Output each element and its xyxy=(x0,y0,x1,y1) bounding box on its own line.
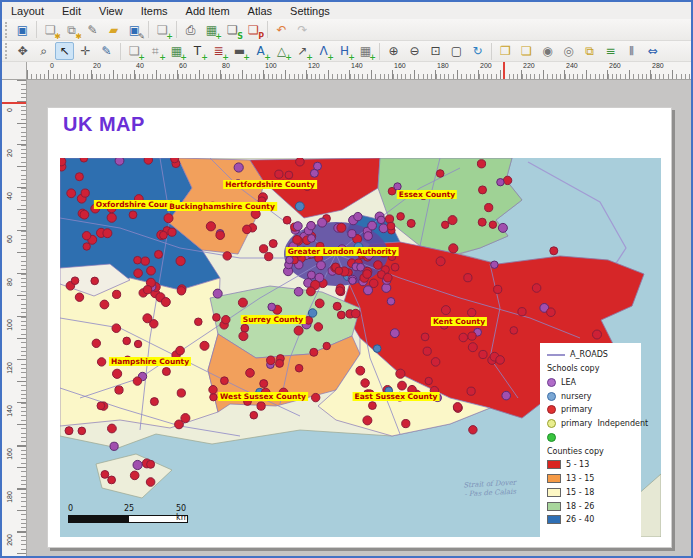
add-scalebar-icon[interactable]: ▬+ xyxy=(230,42,249,60)
resize-items-icon[interactable]: ⇔ xyxy=(643,42,662,60)
legend-item[interactable]: A_ROADSSchools copyLEAnurseryprimaryprim… xyxy=(540,343,641,537)
save-template-icon[interactable]: ▣✎ xyxy=(125,21,144,39)
open-template-icon[interactable]: ▰ xyxy=(104,21,123,39)
ruler-label: 180 xyxy=(6,489,16,505)
add-legend-icon[interactable]: ≣+ xyxy=(209,42,228,60)
add-arrow-icon[interactable]: ↗+ xyxy=(293,42,312,60)
school-point xyxy=(502,391,511,400)
school-point xyxy=(209,386,217,394)
ruler-label: 60 xyxy=(6,231,16,247)
add-pages-icon[interactable]: ❏+ xyxy=(153,21,172,39)
school-point xyxy=(286,256,293,263)
map-title-item[interactable]: UK MAP xyxy=(63,113,145,136)
toolbar-handle[interactable] xyxy=(5,22,9,38)
menu-layout[interactable]: Layout xyxy=(2,4,53,18)
school-point xyxy=(363,270,372,279)
school-point xyxy=(363,416,372,425)
lock-items-icon[interactable]: ◉ xyxy=(538,42,557,60)
add-north-arrow-icon[interactable]: A+ xyxy=(251,42,270,60)
export-svg-icon[interactable]: ❏S xyxy=(223,21,242,39)
ruler-label: 100 xyxy=(6,317,16,333)
ungroup-items-icon[interactable]: ❏ xyxy=(517,42,536,60)
school-point xyxy=(283,216,291,224)
school-point xyxy=(315,299,324,308)
undo-icon[interactable]: ↶ xyxy=(272,21,291,39)
move-item-content-icon[interactable]: ✛ xyxy=(76,42,95,60)
menu-add-item[interactable]: Add Item xyxy=(177,4,239,18)
school-point xyxy=(260,380,268,388)
zoom-full-icon[interactable]: ▢ xyxy=(447,42,466,60)
school-point xyxy=(176,256,185,265)
distribute-items-icon[interactable]: ⫴ xyxy=(622,42,641,60)
ruler-label: 60 xyxy=(179,62,187,69)
add-attribute-table-icon[interactable]: ▦+ xyxy=(356,42,375,60)
school-point xyxy=(134,340,141,347)
save-project-icon[interactable]: ▣ xyxy=(13,21,32,39)
school-point xyxy=(133,377,141,385)
add-page-icon[interactable]: ❏+ xyxy=(125,42,144,60)
school-point xyxy=(267,356,276,365)
county-label: Essex County xyxy=(397,190,457,199)
county-label: Buckinghamshire County xyxy=(167,202,277,211)
toolbar-separator xyxy=(176,21,177,38)
select-move-item-icon[interactable]: ↖ xyxy=(55,42,74,60)
school-point xyxy=(379,224,388,233)
school-swatch xyxy=(547,433,556,442)
school-point xyxy=(67,189,76,198)
school-point xyxy=(354,212,362,220)
school-point xyxy=(115,158,124,165)
school-point xyxy=(373,345,381,353)
export-pdf-icon[interactable]: ❏P xyxy=(244,21,263,39)
school-point xyxy=(333,302,341,310)
school-point xyxy=(494,285,502,293)
add-map-icon[interactable]: ▦+ xyxy=(167,42,186,60)
school-point xyxy=(200,341,209,350)
map-item[interactable]: A_ROADSSchools copyLEAnurseryprimaryprim… xyxy=(60,158,661,537)
school-point xyxy=(518,308,526,316)
add-label-icon[interactable]: T+ xyxy=(188,42,207,60)
school-point xyxy=(442,221,449,228)
school-point xyxy=(391,263,399,271)
rename-layout-icon[interactable]: ✎ xyxy=(83,21,102,39)
print-icon[interactable]: ⎙ xyxy=(181,21,200,39)
qgis-print-layout-window: LayoutEditViewItemsAdd ItemAtlasSettings… xyxy=(0,0,693,558)
school-point xyxy=(144,158,152,164)
edit-nodes-item-icon[interactable]: ✎ xyxy=(97,42,116,60)
school-point xyxy=(314,162,322,170)
duplicate-layout-icon[interactable]: ⧉✱ xyxy=(62,21,81,39)
add-3d-map-icon[interactable]: ⌗+ xyxy=(146,42,165,60)
school-point xyxy=(269,240,277,248)
align-items-icon[interactable]: ≡ xyxy=(601,42,620,60)
zoom-out-icon[interactable]: ⊖ xyxy=(405,42,424,60)
pan-icon[interactable]: ✥ xyxy=(13,42,32,60)
school-point xyxy=(83,243,90,250)
add-shape-icon[interactable]: △+ xyxy=(272,42,291,60)
zoom-icon[interactable]: ⌕ xyxy=(34,42,53,60)
school-point xyxy=(349,277,356,284)
toolbar-handle[interactable] xyxy=(5,43,9,59)
vertical-ruler[interactable]: 020406080100120140160180200 xyxy=(2,80,27,556)
school-point xyxy=(384,273,393,282)
unlock-items-icon[interactable]: ◎ xyxy=(559,42,578,60)
school-point xyxy=(467,387,475,395)
school-point xyxy=(239,332,248,341)
add-html-icon[interactable]: H+ xyxy=(335,42,354,60)
redo-icon[interactable]: ↷ xyxy=(293,21,312,39)
horizontal-ruler[interactable]: 0204060801001201401601802002202402602803… xyxy=(27,62,691,80)
new-layout-icon[interactable]: ❏✱ xyxy=(41,21,60,39)
zoom-in-icon[interactable]: ⊕ xyxy=(384,42,403,60)
school-point xyxy=(75,173,83,181)
add-node-item-icon[interactable]: Λ+ xyxy=(314,42,333,60)
menu-atlas[interactable]: Atlas xyxy=(239,4,281,18)
school-point xyxy=(108,476,116,484)
export-image-icon[interactable]: ▦+ xyxy=(202,21,221,39)
menu-view[interactable]: View xyxy=(90,4,132,18)
menu-edit[interactable]: Edit xyxy=(53,4,90,18)
zoom-actual-icon[interactable]: ⊡ xyxy=(426,42,445,60)
menu-items[interactable]: Items xyxy=(132,4,177,18)
raise-items-icon[interactable]: ⧉ xyxy=(580,42,599,60)
group-items-icon[interactable]: ❐ xyxy=(496,42,515,60)
menu-settings[interactable]: Settings xyxy=(281,4,339,18)
refresh-icon[interactable]: ↻ xyxy=(468,42,487,60)
county-label: Kent County xyxy=(431,317,487,326)
